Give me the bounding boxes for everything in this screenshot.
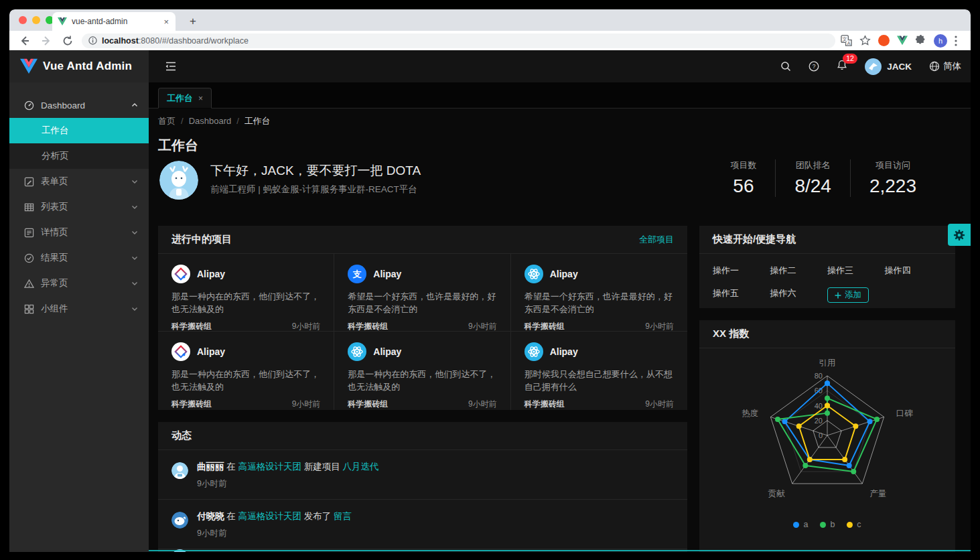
address-bar[interactable]: localhost:8080/#/dashboard/workplace [82,33,835,48]
stat-label: 项目访问 [869,159,916,171]
quicknav-grid: 操作一 操作二 操作三 操作四 操作五 操作六 添加 [699,254,955,313]
project-group[interactable]: 科学搬砖组 [524,399,565,410]
project-name[interactable]: Alipay [197,269,225,279]
settings-fab-button[interactable] [948,224,971,246]
chevron-down-icon [131,280,138,287]
activity-target-link[interactable]: 留言 [334,511,352,521]
quicknav-link[interactable]: 操作六 [770,287,828,303]
project-card[interactable]: Alipay那是一种内在的东西，他们到达不了，也无法触及的科学搬砖组9小时前 [158,254,334,332]
antd-diamond-icon [171,342,190,361]
project-time: 9小时前 [645,399,674,410]
back-icon[interactable] [19,35,31,47]
chevron-down-icon [131,305,138,312]
activity-group-link[interactable]: 高逼格设计天团 [238,462,302,472]
atom-icon [348,342,366,361]
quicknav-link[interactable]: 操作二 [770,265,828,277]
quicknav-link[interactable]: 操作四 [885,265,942,277]
logo[interactable]: Vue Antd Admin [9,50,149,82]
project-group[interactable]: 科学搬砖组 [524,321,565,332]
site-info-icon[interactable] [88,36,97,45]
search-icon[interactable] [780,61,791,72]
vue-devtools-icon[interactable] [897,36,908,46]
extensions-puzzle-icon[interactable] [915,35,926,46]
project-name[interactable]: Alipay [373,346,401,357]
sidebar-item-dashboard[interactable]: Dashboard [9,92,149,118]
quicknav-link[interactable]: 操作一 [713,265,770,277]
sidebar-item-exception[interactable]: 异常页 [9,271,149,296]
chrome-profile-avatar[interactable]: h [934,34,947,48]
chrome-menu-icon[interactable] [955,36,957,46]
legend-dot [847,522,853,528]
sidebar-item-widgets[interactable]: 小组件 [9,296,149,322]
legend-item-b[interactable]: b [820,520,835,529]
table-icon [24,202,34,212]
help-icon[interactable]: ? [809,61,819,72]
browser-window: vue-antd-admin × + localhost:8080/#/dash… [9,9,971,552]
legend-item-c[interactable]: c [847,520,861,529]
activity-user[interactable]: 付晓晓 [197,511,224,521]
window-close-button[interactable] [19,16,27,24]
browser-tab[interactable]: vue-antd-admin × [52,12,176,31]
new-tab-button[interactable]: + [185,14,201,30]
breadcrumb-dashboard[interactable]: Dashboard [189,116,232,126]
user-menu[interactable]: JACK [865,58,912,75]
quicknav-link[interactable]: 操作五 [713,287,770,303]
breadcrumb-home[interactable]: 首页 [158,116,176,126]
notification-bell[interactable]: 12 [837,60,847,73]
bookmark-star-icon[interactable] [859,35,871,46]
sidebar-item-workplace[interactable]: 工作台 [9,118,149,143]
radar-card: XX 指数 020406080引用口碑产量贡献热度 a b c [699,320,955,552]
activity-group-link[interactable]: 高逼格设计天团 [238,511,302,521]
extension-icon-orange[interactable] [878,35,890,46]
globe-icon [929,61,940,72]
reload-icon[interactable] [62,35,74,47]
user-avatar [865,58,882,75]
activity-target-link[interactable]: 八月迭代 [343,462,379,472]
sidebar-item-form[interactable]: 表单页 [9,169,149,194]
legend-item-a[interactable]: a [793,520,808,529]
project-card[interactable]: Alipay那时候我只会想自己想要什么，从不想自己拥有什么科学搬砖组9小时前 [511,332,687,410]
project-card[interactable]: Alipay希望是一个好东西，也许是最好的，好东西是不会消亡的科学搬砖组9小时前 [511,254,687,332]
activities-card-header: 动态 [158,422,687,450]
activity-user[interactable]: 曲丽丽 [197,462,224,472]
radar-legend: a b c [699,520,955,529]
tab-close-icon[interactable]: × [162,17,170,27]
project-desc: 那时候我只会想自己想要什么，从不想自己拥有什么 [524,368,674,393]
project-group[interactable]: 科学搬砖组 [348,321,388,332]
language-selector[interactable]: 简体 [929,60,961,72]
breadcrumb: 首页/Dashboard/工作台 [158,115,271,127]
all-projects-link[interactable]: 全部项目 [639,234,674,246]
main-content: 首页/Dashboard/工作台 工作台 下午好，JACK，要不要打一把 DOT… [149,109,971,552]
project-card[interactable]: Alipay那是一种内在的东西，他们到达不了，也无法触及的科学搬砖组9小时前 [158,332,334,410]
sidebar-item-result[interactable]: 结果页 [9,245,149,271]
logo-text: Vue Antd Admin [43,60,132,73]
project-desc: 那是一种内在的东西，他们到达不了，也无法触及的 [171,368,320,393]
radar-card-header: XX 指数 [699,320,955,348]
quicknav-link[interactable]: 操作三 [827,265,885,277]
activity-time: 9小时前 [197,478,674,490]
project-name[interactable]: Alipay [373,269,401,279]
sidebar-item-list[interactable]: 列表页 [9,194,149,220]
sidebar-item-label: 异常页 [41,277,131,289]
project-group[interactable]: 科学搬砖组 [171,399,212,410]
project-group[interactable]: 科学搬砖组 [171,321,212,332]
project-card[interactable]: 支Alipay希望是一个好东西，也许是最好的，好东西是不会消亡的科学搬砖组9小时… [334,254,510,332]
page-tab-workplace[interactable]: 工作台 × [158,88,212,109]
add-button[interactable]: 添加 [827,287,869,303]
page-tab-close-icon[interactable]: × [198,94,203,103]
project-name[interactable]: Alipay [550,269,578,279]
sidebar-item-analysis[interactable]: 分析页 [9,143,149,169]
project-card[interactable]: Alipay那是一种内在的东西，他们到达不了，也无法触及的科学搬砖组9小时前 [334,332,510,410]
project-group[interactable]: 科学搬砖组 [348,399,388,410]
window-minimize-button[interactable] [32,16,40,24]
project-name[interactable]: Alipay [197,346,225,357]
dashboard-submenu: 工作台 分析页 [9,118,149,169]
translate-icon[interactable]: 文A [841,35,852,46]
chevron-down-icon [131,204,138,210]
sidebar-item-profile[interactable]: 详情页 [9,220,149,245]
girl-avatar [171,462,188,479]
menu-fold-icon[interactable] [165,60,177,72]
forward-icon[interactable] [40,35,52,47]
sidebar-menu: Dashboard 工作台 分析页 表单页 列表页 [9,82,149,322]
project-name[interactable]: Alipay [550,346,578,357]
